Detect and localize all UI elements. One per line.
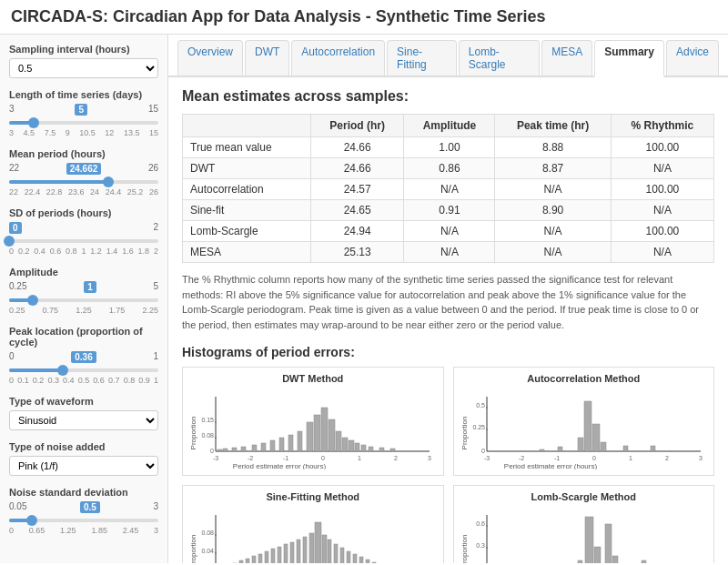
- length-label: Length of time series (days): [9, 89, 158, 100]
- waveform-section: Type of waveform Sinusoid Square Triangl…: [9, 396, 158, 430]
- length-max: 15: [148, 104, 158, 116]
- svg-rect-32: [355, 443, 359, 451]
- svg-rect-82: [252, 556, 256, 563]
- sampling-interval-select[interactable]: 0.5 1 2: [9, 58, 158, 78]
- svg-text:1: 1: [358, 455, 361, 461]
- waveform-select[interactable]: Sinusoid Square Triangle Sawtooth: [9, 410, 158, 430]
- tab-sine-fitting[interactable]: Sine-Fitting: [387, 40, 457, 76]
- svg-text:Proportion: Proportion: [460, 535, 469, 563]
- cell-period: 24.94: [310, 221, 404, 242]
- amplitude-section: Amplitude 0.25 1 5 0.250.751.251.752.25: [9, 267, 158, 315]
- svg-rect-127: [642, 560, 646, 563]
- histogram-lomb-scargle-chart: Proportion 0 0.3 0.6 -3 -2 -1 0 1 2: [460, 506, 705, 563]
- svg-text:0: 0: [321, 455, 325, 461]
- svg-rect-81: [246, 559, 249, 563]
- amplitude-slider[interactable]: [9, 298, 158, 302]
- histogram-dwt: DWT Method Proportion 0 0.08 0.15: [182, 367, 444, 476]
- cell-rhythmic: N/A: [611, 200, 713, 221]
- sd-slider[interactable]: [9, 239, 158, 243]
- svg-rect-20: [261, 443, 266, 451]
- length-min: 3: [9, 104, 15, 116]
- svg-text:1: 1: [629, 455, 632, 461]
- table-row: Sine-fit 24.65 0.91 8.90 N/A: [183, 200, 714, 221]
- mean-period-value: 24.662: [66, 163, 102, 175]
- peak-label: Peak location (proportion of cycle): [9, 326, 158, 348]
- svg-rect-23: [288, 435, 293, 451]
- svg-rect-19: [252, 445, 257, 451]
- app-title: CIRCADA-S: Circadian App for Data Analys…: [0, 0, 728, 35]
- tab-advice[interactable]: Advice: [666, 40, 719, 76]
- length-section: Length of time series (days) 3 5 15 34.5…: [9, 89, 158, 137]
- cell-rhythmic: 100.00: [611, 221, 713, 242]
- cell-peak-time: N/A: [495, 221, 611, 242]
- histogram-sine-fitting-chart: Proportion 0 0.04 0.08 -3 -2 -1 0 1 2: [188, 506, 434, 563]
- svg-rect-21: [270, 440, 275, 451]
- cell-period: 25.13: [310, 242, 404, 263]
- svg-rect-89: [297, 540, 300, 563]
- cell-period: 24.66: [310, 158, 404, 179]
- histogram-lomb-scargle-title: Lomb-Scargle Method: [460, 491, 709, 502]
- histograms-heading: Histograms of period errors:: [182, 345, 714, 359]
- sidebar: Sampling interval (hours) 0.5 1 2 Length…: [0, 35, 168, 563]
- noise-sd-min: 0.05: [9, 501, 26, 513]
- mean-period-slider[interactable]: [9, 180, 158, 184]
- noise-select[interactable]: None White Pink (1/f) Red (1/f²): [9, 456, 158, 476]
- peak-max: 1: [153, 351, 158, 363]
- svg-text:0.08: 0.08: [201, 432, 214, 439]
- svg-rect-17: [232, 448, 237, 451]
- tab-dwt[interactable]: DWT: [245, 40, 289, 76]
- mean-period-max: 26: [148, 163, 158, 175]
- svg-rect-28: [329, 419, 335, 451]
- svg-text:0.08: 0.08: [201, 530, 214, 536]
- svg-text:Proportion: Proportion: [189, 535, 197, 563]
- svg-rect-96: [340, 548, 344, 563]
- amplitude-label: Amplitude: [9, 267, 158, 277]
- histogram-sine-fitting-title: Sine-Fitting Method: [188, 491, 438, 502]
- svg-rect-125: [612, 556, 618, 563]
- svg-rect-18: [241, 447, 246, 451]
- histogram-dwt-title: DWT Method: [188, 373, 438, 384]
- noise-sd-slider[interactable]: [9, 519, 158, 522]
- peak-ticks: 00.10.20.30.40.50.60.70.80.91: [9, 376, 158, 385]
- tab-overview[interactable]: Overview: [177, 40, 243, 76]
- svg-rect-26: [314, 415, 320, 451]
- svg-rect-27: [321, 408, 328, 451]
- histogram-autocorrelation-title: Autocorrelation Method: [460, 373, 709, 384]
- svg-rect-122: [585, 517, 593, 563]
- svg-rect-22: [279, 438, 284, 451]
- cell-rhythmic: 100.00: [611, 137, 713, 158]
- cell-method: MESA: [183, 242, 311, 263]
- svg-rect-29: [336, 431, 341, 451]
- content-panel: Overview DWT Autocorrelation Sine-Fittin…: [168, 35, 728, 563]
- svg-text:3: 3: [428, 455, 431, 461]
- histogram-sine-fitting: Sine-Fitting Method Proportion 0 0.04 0.…: [182, 485, 444, 563]
- length-slider[interactable]: [9, 121, 158, 125]
- tab-autocorrelation[interactable]: Autocorrelation: [291, 40, 385, 76]
- svg-text:-1: -1: [283, 455, 288, 461]
- svg-rect-31: [349, 440, 354, 451]
- svg-rect-93: [322, 535, 327, 563]
- svg-rect-101: [372, 562, 376, 563]
- cell-period: 24.66: [310, 137, 404, 158]
- tab-mesa[interactable]: MESA: [541, 40, 592, 76]
- svg-rect-87: [284, 544, 288, 563]
- svg-rect-121: [578, 560, 582, 563]
- svg-text:Period estimate error (hours): Period estimate error (hours): [503, 462, 597, 469]
- svg-rect-25: [307, 422, 313, 451]
- sd-label: SD of periods (hours): [9, 207, 158, 218]
- tab-lomb-scargle[interactable]: Lomb-Scargle: [459, 40, 540, 76]
- svg-rect-56: [584, 401, 592, 451]
- tab-summary[interactable]: Summary: [594, 40, 664, 77]
- svg-text:2: 2: [665, 455, 669, 461]
- col-rhythmic: % Rhythmic: [611, 115, 713, 137]
- amplitude-max: 5: [153, 281, 158, 293]
- svg-text:-2: -2: [518, 455, 523, 461]
- col-method: [183, 115, 311, 137]
- svg-rect-34: [369, 447, 373, 451]
- cell-amplitude: 0.91: [404, 200, 495, 221]
- col-peak-time: Peak time (hr): [495, 115, 611, 137]
- svg-text:0.5: 0.5: [476, 402, 485, 409]
- svg-rect-88: [290, 542, 294, 563]
- peak-slider[interactable]: [9, 368, 158, 372]
- svg-rect-30: [342, 438, 348, 451]
